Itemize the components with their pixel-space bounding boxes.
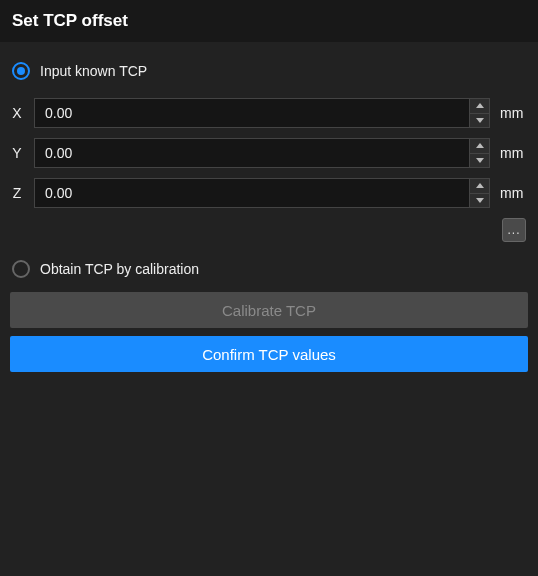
radio-calibration-icon[interactable] xyxy=(12,260,30,278)
dialog-content: Input known TCP X mm Y mm Z xyxy=(0,42,538,390)
spinner-z-up[interactable] xyxy=(470,179,489,194)
spinner-z xyxy=(469,179,489,207)
input-z-wrapper xyxy=(34,178,490,208)
input-y-wrapper xyxy=(34,138,490,168)
input-y[interactable] xyxy=(35,139,469,167)
unit-z: mm xyxy=(500,185,528,201)
spinner-y-down[interactable] xyxy=(470,154,489,168)
spinner-y-up[interactable] xyxy=(470,139,489,154)
label-y: Y xyxy=(10,145,24,161)
field-z-row: Z mm xyxy=(10,178,528,208)
spinner-x xyxy=(469,99,489,127)
title-bar: Set TCP offset xyxy=(0,0,538,42)
more-row: ... xyxy=(10,218,528,242)
input-z[interactable] xyxy=(35,179,469,207)
radio-input-known-label: Input known TCP xyxy=(40,63,147,79)
confirm-tcp-button[interactable]: Confirm TCP values xyxy=(10,336,528,372)
spinner-z-down[interactable] xyxy=(470,194,489,208)
input-x[interactable] xyxy=(35,99,469,127)
calibrate-tcp-button: Calibrate TCP xyxy=(10,292,528,328)
radio-calibration-label: Obtain TCP by calibration xyxy=(40,261,199,277)
field-y-row: Y mm xyxy=(10,138,528,168)
input-x-wrapper xyxy=(34,98,490,128)
label-x: X xyxy=(10,105,24,121)
spinner-y xyxy=(469,139,489,167)
more-options-button[interactable]: ... xyxy=(502,218,526,242)
dialog-title: Set TCP offset xyxy=(12,11,128,31)
option-input-known-row[interactable]: Input known TCP xyxy=(10,62,528,80)
spinner-x-up[interactable] xyxy=(470,99,489,114)
radio-input-known-icon[interactable] xyxy=(12,62,30,80)
spinner-x-down[interactable] xyxy=(470,114,489,128)
label-z: Z xyxy=(10,185,24,201)
unit-x: mm xyxy=(500,105,528,121)
field-x-row: X mm xyxy=(10,98,528,128)
unit-y: mm xyxy=(500,145,528,161)
option-calibration-row[interactable]: Obtain TCP by calibration xyxy=(10,260,528,278)
